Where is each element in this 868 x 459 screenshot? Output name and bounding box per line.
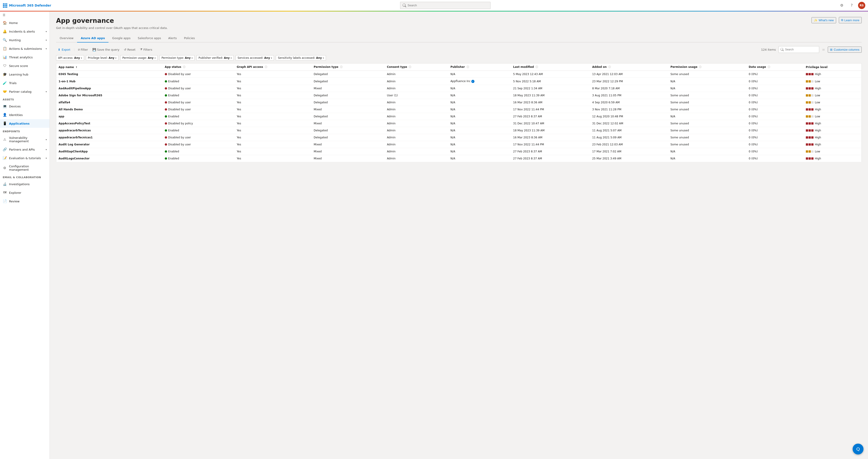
tab-salesforce[interactable]: Salesforce apps bbox=[134, 34, 165, 42]
priv-bar-1 bbox=[806, 101, 808, 103]
privilege-bars: High bbox=[806, 72, 859, 76]
tab-google[interactable]: Google apps bbox=[108, 34, 134, 42]
sidebar-item-explorer[interactable]: 🗺 Explorer bbox=[0, 188, 50, 197]
sidebar-item-trials[interactable]: 🧪 Trials bbox=[0, 79, 50, 87]
col-permission-type[interactable]: Permission type ⓘ bbox=[311, 64, 385, 71]
waffle-icon[interactable] bbox=[3, 3, 7, 8]
status-dot bbox=[165, 136, 167, 139]
col-app-name[interactable]: App name ↑ bbox=[56, 64, 162, 71]
topbar-search-input[interactable] bbox=[400, 2, 491, 9]
sidebar-item-applications[interactable]: 📱 Applications bbox=[0, 119, 50, 128]
table-row[interactable]: appEnabledYesDelegatedAdminN/A27 Feb 202… bbox=[56, 113, 862, 120]
col-publisher[interactable]: Publisher ⓘ bbox=[448, 64, 511, 71]
app-logo[interactable]: Microsoft 365 Defender bbox=[3, 3, 53, 8]
table-row[interactable]: 0365 TestingDisabled by userYesDelegated… bbox=[56, 71, 862, 78]
sidebar-item-vulnerability[interactable]: ⚠ Vulnerability management ▾ bbox=[0, 134, 50, 145]
sidebar-item-hunting[interactable]: 🔍 Hunting ▾ bbox=[0, 36, 50, 44]
table-row[interactable]: Audit Log GeneratorDisabled by userYesMi… bbox=[56, 141, 862, 148]
sidebar-item-review[interactable]: 📄 Review bbox=[0, 197, 50, 206]
sidebar-item-investigations[interactable]: 🔬 Investigations bbox=[0, 180, 50, 188]
cell-publisher: N/A bbox=[448, 148, 511, 155]
sidebar-item-incidents[interactable]: 🔔 Incidents & alerts ▾ bbox=[0, 27, 50, 36]
sidebar-item-threat[interactable]: 📊 Threat analytics bbox=[0, 53, 50, 61]
sidebar-item-evaluation[interactable]: 📝 Evaluation & tutorials ▾ bbox=[0, 154, 50, 162]
col-last-modified[interactable]: Last modified ⓘ bbox=[511, 64, 590, 71]
user-avatar[interactable]: RS bbox=[858, 2, 865, 9]
table-row[interactable]: appadracarbTecnicasEnabledYesDelegatedAd… bbox=[56, 127, 862, 134]
table-row[interactable]: AadAuditPipelineAppDisabled by userYesMi… bbox=[56, 85, 862, 92]
chat-fab-button[interactable]: Q bbox=[852, 443, 864, 455]
table-row[interactable]: AppAccessPolicyTestDisabled by policyYes… bbox=[56, 120, 862, 127]
sidebar-toggle[interactable]: ☰ bbox=[0, 11, 50, 19]
filter-permission-type[interactable]: Permission type: Any ▾ bbox=[159, 55, 195, 61]
filter-sensitivity-labels[interactable]: Sensitivity labels accessed: Any ▾ bbox=[276, 55, 326, 61]
col-data-usage[interactable]: Data usage ⓘ bbox=[746, 64, 803, 71]
cell-privilege-level: High bbox=[804, 155, 862, 162]
status-text: Disabled by user bbox=[168, 136, 191, 139]
cell-permission-type: Delegated bbox=[311, 99, 385, 106]
whats-new-button[interactable]: ✨ What's new bbox=[811, 17, 836, 23]
settings-button[interactable]: ⚙ bbox=[838, 2, 845, 9]
tab-policies[interactable]: Policies bbox=[180, 34, 198, 42]
col-graph-api[interactable]: Graph API access ⓘ bbox=[235, 64, 311, 71]
cell-added-on: 31 Dec 2022 12:02 AM bbox=[590, 120, 668, 127]
info-icon: ⓘ bbox=[608, 66, 611, 68]
sidebar-item-identities[interactable]: 👤 Identities bbox=[0, 111, 50, 119]
table-row[interactable]: All Hands DemoDisabled by userYesMixedAd… bbox=[56, 106, 862, 113]
cell-privilege-level: Low bbox=[804, 99, 862, 106]
sidebar-item-actions[interactable]: 📋 Actions & submissions ▾ bbox=[0, 44, 50, 53]
partner-icon: 🤝 bbox=[3, 90, 7, 94]
privilege-label: High bbox=[815, 72, 821, 76]
table-row[interactable]: alfalfa4Disabled by userYesDelegatedAdmi… bbox=[56, 99, 862, 106]
filter-privilege-level[interactable]: Privilege level: Any ▾ bbox=[86, 55, 119, 61]
cell-permission-type: Mixed bbox=[311, 120, 385, 127]
filter-permission-usage[interactable]: Permission usage: Any ▾ bbox=[120, 55, 158, 61]
filter-api-access[interactable]: API access: Any ▾ bbox=[56, 55, 84, 61]
help-button[interactable]: ? bbox=[848, 2, 855, 9]
filters-button[interactable]: ⧩ Filters bbox=[138, 47, 153, 52]
table-row[interactable]: AuditLogsConnectorEnabledYesMixedAdminN/… bbox=[56, 155, 862, 162]
sidebar-item-learning[interactable]: 🎓 Learning hub bbox=[0, 70, 50, 79]
sidebar-item-devices[interactable]: 💻 Devices bbox=[0, 102, 50, 111]
sidebar-item-config-mgmt[interactable]: ⚙ Configuration management bbox=[0, 162, 50, 174]
table-row[interactable]: AuditGapClientAppEnabledYesMixedAdminN/A… bbox=[56, 148, 862, 155]
tab-azure-ad[interactable]: Azure AD apps bbox=[77, 34, 108, 42]
cell-privilege-level: High bbox=[804, 85, 862, 92]
table-row[interactable]: 1-on-1 HubEnabledYesDelegatedAdminAppflu… bbox=[56, 78, 862, 85]
col-privilege-level[interactable]: Privilege level bbox=[804, 64, 862, 71]
reset-button[interactable]: ↺ Reset bbox=[123, 47, 137, 52]
tab-overview[interactable]: Overview bbox=[56, 34, 77, 42]
cell-permission-type: Delegated bbox=[311, 134, 385, 141]
table-row[interactable]: appadracarbTecnicas1Disabled by userYesD… bbox=[56, 134, 862, 141]
table-row[interactable]: Adobe Sign for Microsoft365EnabledYesDel… bbox=[56, 92, 862, 99]
sidebar-item-home[interactable]: 🏠 Home bbox=[0, 19, 50, 27]
cell-app-status: Disabled by user bbox=[162, 99, 235, 106]
table-search-input[interactable] bbox=[778, 46, 819, 53]
sidebar-section-endpoints: Endpoints bbox=[0, 129, 50, 134]
filter-publisher-verified[interactable]: Publisher verified: Any ▾ bbox=[196, 55, 234, 61]
sidebar-item-partner[interactable]: 🤝 Partner catalog ▾ bbox=[0, 87, 50, 96]
save-query-button[interactable]: 💾 Save the query bbox=[91, 47, 121, 52]
sidebar-section-email: Email & collaboration bbox=[0, 175, 50, 180]
learn-more-label: Learn more bbox=[844, 19, 860, 22]
sidebar-item-secure[interactable]: 🛡 Secure score bbox=[0, 61, 50, 70]
filter-services-accessed[interactable]: Services accessed: Any ▾ bbox=[236, 55, 274, 61]
col-consent-type[interactable]: Consent type ⓘ bbox=[385, 64, 448, 71]
group-icon[interactable]: ≡ bbox=[822, 48, 825, 52]
cell-last-modified: 16 Mar 2023 8:36 AM bbox=[511, 134, 590, 141]
filter-button[interactable]: ⧄ Filter bbox=[76, 47, 89, 52]
tab-alerts[interactable]: Alerts bbox=[164, 34, 180, 42]
customize-columns-button[interactable]: ⊞ Customize columns bbox=[828, 47, 862, 53]
investigations-icon: 🔬 bbox=[3, 182, 7, 186]
col-added-on[interactable]: Added on ⓘ bbox=[590, 64, 668, 71]
filters-row: API access: Any ▾ Privilege level: Any ▾… bbox=[56, 55, 862, 61]
export-button[interactable]: ⬇ Export bbox=[56, 47, 72, 52]
col-app-status[interactable]: App status ⓘ bbox=[162, 64, 235, 71]
status-text: Disabled by user bbox=[168, 108, 191, 111]
sidebar-item-partners-apis[interactable]: 🔗 Partners and APIs ▾ bbox=[0, 145, 50, 154]
sidebar-label-secure: Secure score bbox=[9, 64, 47, 68]
col-permission-usage[interactable]: Permission usage ⓘ bbox=[668, 64, 746, 71]
cell-app-name: appadracarbTecnicas1 bbox=[56, 134, 162, 141]
privilege-bars: High bbox=[806, 122, 859, 125]
learn-more-button[interactable]: ⧉ Learn more bbox=[839, 17, 862, 23]
